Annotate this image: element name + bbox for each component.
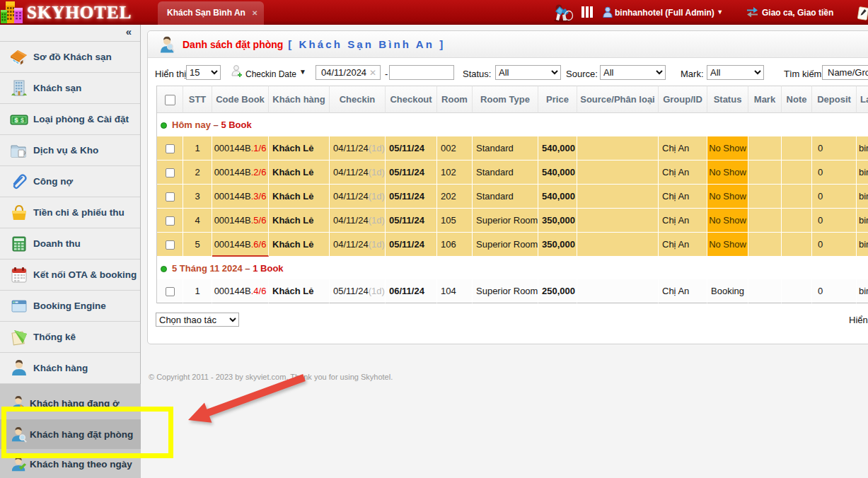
svg-text:$: $: [14, 117, 18, 124]
svg-text:$: $: [21, 117, 24, 124]
